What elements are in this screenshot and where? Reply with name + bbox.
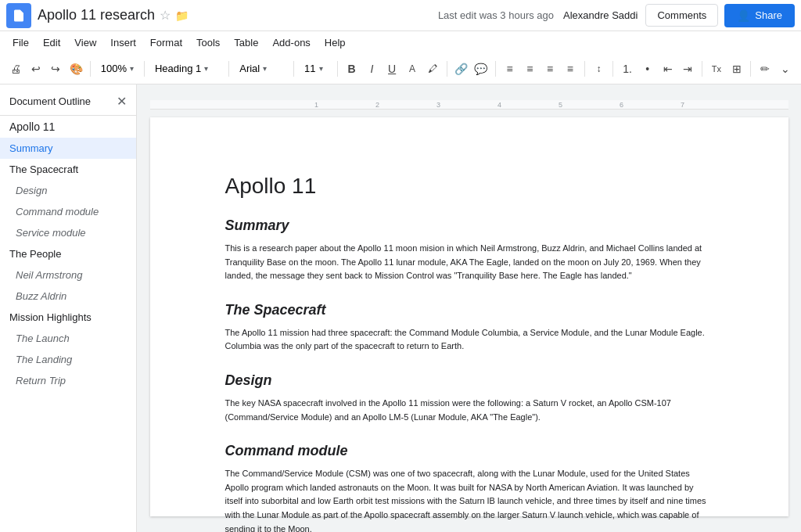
underline-button[interactable]: U [383, 58, 401, 80]
size-chevron: ▾ [319, 64, 323, 73]
title-bar: Apollo 11 research ☆ 📁 Last edit was 3 h… [0, 0, 801, 31]
section-body-the-spacecraft: The Apollo 11 mission had three spacecra… [225, 326, 713, 354]
app-icon [6, 3, 31, 28]
section-heading-the-spacecraft: The Spacecraft [225, 302, 713, 318]
outline-item-design[interactable]: Design [0, 180, 136, 201]
divider-10 [702, 61, 702, 77]
star-icon[interactable]: ☆ [160, 8, 171, 23]
divider-3 [228, 61, 229, 77]
align-left-button[interactable]: ≡ [501, 58, 519, 80]
menu-insert[interactable]: Insert [104, 35, 142, 50]
text-color-button[interactable]: A [403, 58, 422, 80]
bullet-list-button[interactable]: • [638, 58, 657, 80]
section-body-summary: This is a research paper about the Apoll… [225, 242, 713, 283]
menu-help[interactable]: Help [318, 35, 352, 50]
outline-item-the-landing[interactable]: The Landing [0, 349, 136, 370]
document-page[interactable]: Apollo 11 SummaryThis is a research pape… [150, 117, 788, 516]
increase-indent-button[interactable]: ⇥ [678, 58, 697, 80]
outline-item-neil-armstrong[interactable]: Neil Armstrong [0, 264, 136, 286]
outline-item-mission-highlights[interactable]: Mission Highlights [0, 307, 136, 328]
zoom-select[interactable]: 100% ▾ [95, 58, 139, 80]
divider-8 [584, 61, 585, 77]
clear-format-button[interactable]: Tx [707, 58, 726, 80]
menu-format[interactable]: Format [144, 35, 189, 50]
divider-5 [337, 61, 338, 77]
share-label: Share [755, 9, 782, 21]
style-chevron: ▾ [204, 64, 208, 73]
menu-addons[interactable]: Add-ons [266, 35, 316, 50]
menu-tools[interactable]: Tools [190, 35, 226, 50]
share-icon: 👤 [737, 9, 750, 22]
outline-item-the-spacecraft[interactable]: The Spacecraft [0, 159, 136, 180]
doc-title-h1: Apollo 11 [225, 174, 713, 199]
main-area: Document Outline ✕ Apollo 11SummaryThe S… [0, 84, 801, 532]
toolbar: 🖨 ↩ ↪ 🎨 100% ▾ Heading 1 ▾ Arial ▾ 11 ▾ … [0, 53, 801, 84]
paint-format-button[interactable]: 🎨 [66, 58, 85, 80]
size-value: 11 [304, 63, 315, 74]
zoom-chevron: ▾ [130, 64, 134, 73]
font-chevron: ▾ [263, 64, 267, 73]
decrease-indent-button[interactable]: ⇤ [659, 58, 677, 80]
size-select[interactable]: 11 ▾ [299, 58, 332, 80]
user-name: Alexandre Saddi [563, 9, 638, 21]
outline-item-service-module[interactable]: Service module [0, 222, 136, 243]
outline-item-command-module[interactable]: Command module [0, 201, 136, 222]
document-area[interactable]: 1 2 3 4 5 6 7 Apollo 11 SummaryThis is a… [137, 84, 801, 532]
comment-button[interactable]: 💬 [472, 58, 490, 80]
document-outline-panel: Document Outline ✕ Apollo 11SummaryThe S… [0, 84, 137, 532]
outline-item-buzz-aldrin[interactable]: Buzz Aldrin [0, 286, 136, 307]
section-heading-summary: Summary [225, 217, 713, 234]
numbered-list-button[interactable]: 1. [618, 58, 637, 80]
section-heading-command-module: Command module [225, 443, 713, 459]
print-button[interactable]: 🖨 [6, 58, 25, 80]
comments-button[interactable]: Comments [645, 4, 718, 27]
divider-2 [144, 61, 145, 77]
divider-9 [612, 61, 613, 77]
align-center-button[interactable]: ≡ [520, 58, 539, 80]
table-button[interactable]: ⊞ [727, 58, 746, 80]
align-justify-button[interactable]: ≡ [561, 58, 580, 80]
redo-button[interactable]: ↪ [47, 58, 66, 80]
outline-item-apollo-11[interactable]: Apollo 11 [0, 116, 136, 138]
outline-item-summary[interactable]: Summary [0, 138, 136, 159]
divider-11 [750, 61, 751, 77]
style-select[interactable]: Heading 1 ▾ [149, 58, 224, 80]
link-button[interactable]: 🔗 [451, 58, 470, 80]
menu-view[interactable]: View [68, 35, 102, 50]
align-right-button[interactable]: ≡ [541, 58, 559, 80]
section-body-design: The key NASA spacecraft involved in the … [225, 397, 713, 424]
font-select[interactable]: Arial ▾ [234, 58, 289, 80]
outline-list: Apollo 11SummaryThe SpacecraftDesignComm… [0, 116, 136, 391]
style-value: Heading 1 [155, 63, 201, 74]
divider-6 [447, 61, 447, 77]
bold-button[interactable]: B [343, 58, 361, 80]
font-value: Arial [239, 63, 260, 74]
section-heading-design: Design [225, 372, 713, 389]
divider-7 [495, 61, 496, 77]
section-body-command-module: The Command/Service Module (CSM) was one… [225, 467, 713, 532]
close-outline-button[interactable]: ✕ [117, 94, 127, 109]
outline-item-the-launch[interactable]: The Launch [0, 328, 136, 349]
last-edit-text: Last edit was 3 hours ago [438, 9, 554, 21]
menu-table[interactable]: Table [228, 35, 264, 50]
zoom-value: 100% [101, 63, 127, 74]
draw-button[interactable]: ✏ [756, 58, 774, 80]
expand-toolbar-button[interactable]: ⌄ [776, 58, 795, 80]
divider-4 [293, 61, 294, 77]
folder-icon[interactable]: 📁 [175, 9, 189, 22]
menu-bar: File Edit View Insert Format Tools Table… [0, 31, 801, 53]
sidebar-header: Document Outline ✕ [0, 84, 136, 116]
line-spacing-button[interactable]: ↕ [590, 58, 609, 80]
share-button[interactable]: 👤 Share [724, 4, 795, 27]
menu-file[interactable]: File [6, 35, 35, 50]
menu-edit[interactable]: Edit [37, 35, 66, 50]
outline-item-return-trip[interactable]: Return Trip [0, 370, 136, 391]
outline-item-the-people[interactable]: The People [0, 243, 136, 264]
sidebar-title: Document Outline [9, 95, 91, 107]
doc-sections: SummaryThis is a research paper about th… [225, 217, 713, 532]
undo-button[interactable]: ↩ [27, 58, 45, 80]
highlight-button[interactable]: 🖍 [423, 58, 442, 80]
doc-title: Apollo 11 research [38, 7, 155, 23]
italic-button[interactable]: I [363, 58, 382, 80]
ruler: 1 2 3 4 5 6 7 [150, 100, 788, 110]
